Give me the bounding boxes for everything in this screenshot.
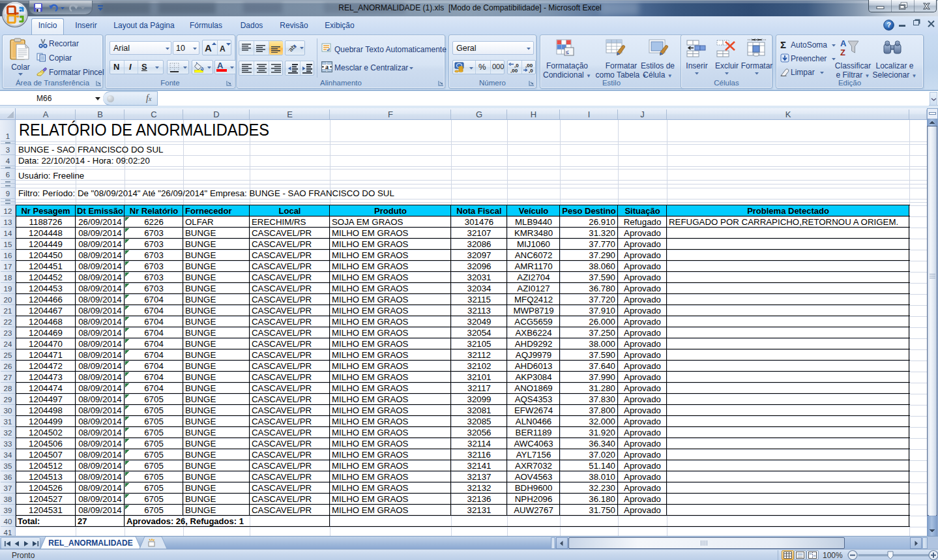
svg-text:27: 27 [78, 516, 87, 526]
svg-text:Aprovado: Aprovado [624, 428, 661, 437]
svg-text:I: I [588, 110, 591, 119]
svg-text:BUNGE: BUNGE [185, 261, 216, 271]
svg-text:6704: 6704 [144, 350, 164, 360]
svg-text:CASCAVEL/PR: CASCAVEL/PR [252, 439, 312, 449]
svg-text:Aprovado: Aprovado [624, 383, 661, 393]
svg-text:BDH9600: BDH9600 [515, 483, 553, 493]
svg-text:37.770: 37.770 [589, 239, 615, 249]
svg-text:AZI0127: AZI0127 [517, 284, 550, 293]
svg-text:MILHO EM GRAOS: MILHO EM GRAOS [332, 350, 409, 360]
svg-text:1204507: 1204507 [29, 450, 63, 460]
svg-text:1204448: 1204448 [29, 228, 63, 238]
svg-text:1204469: 1204469 [29, 328, 63, 338]
svg-text:AHD9292: AHD9292 [515, 339, 553, 349]
svg-text:AUW2767: AUW2767 [514, 505, 553, 515]
svg-text:BUNGE: BUNGE [185, 284, 216, 293]
svg-text:6705: 6705 [144, 439, 164, 449]
svg-text:36.780: 36.780 [589, 284, 615, 293]
svg-text:32102: 32102 [467, 361, 491, 371]
svg-text:B: B [97, 110, 103, 119]
svg-text:37.290: 37.290 [589, 250, 615, 260]
svg-text:6705: 6705 [144, 405, 164, 415]
svg-text:OLFAR: OLFAR [185, 217, 214, 227]
svg-text:34: 34 [4, 451, 12, 459]
svg-text:31.920: 31.920 [589, 428, 615, 437]
svg-text:6703: 6703 [144, 273, 164, 282]
svg-text:32034: 32034 [467, 284, 491, 293]
svg-text:a: a [325, 63, 329, 70]
svg-text:F: F [388, 110, 393, 119]
svg-text:20: 20 [4, 296, 12, 304]
svg-text:CASCAVEL/PR: CASCAVEL/PR [252, 328, 312, 338]
svg-text:23: 23 [4, 329, 12, 337]
svg-text:1204452: 1204452 [29, 273, 63, 282]
svg-text:BUNGE: BUNGE [185, 273, 216, 282]
svg-text:1204468: 1204468 [29, 317, 63, 327]
svg-text:1204474: 1204474 [29, 383, 63, 393]
svg-text:31.280: 31.280 [589, 383, 615, 393]
svg-text:MILHO EM GRAOS: MILHO EM GRAOS [332, 273, 409, 282]
svg-text:32097: 32097 [467, 250, 491, 260]
svg-text:Filtro: Período: De "08/09/201: Filtro: Período: De "08/09/2014" Até "26… [18, 188, 394, 198]
svg-text:G: G [476, 110, 482, 119]
svg-text:BUNGE: BUNGE [185, 239, 216, 249]
svg-text:BUNGE: BUNGE [185, 417, 216, 426]
svg-text:ANC6072: ANC6072 [515, 250, 553, 260]
svg-text:6705: 6705 [144, 394, 164, 404]
svg-text:32141: 32141 [467, 461, 491, 471]
svg-text:Dt Emissão: Dt Emissão [77, 206, 123, 216]
svg-text:08/09/2014: 08/09/2014 [78, 228, 122, 238]
svg-text:08/09/2014: 08/09/2014 [78, 428, 122, 437]
svg-text:AMR1170: AMR1170 [514, 261, 552, 271]
svg-text:Fornecedor: Fornecedor [185, 206, 232, 216]
svg-text:Veículo: Veículo [519, 206, 549, 216]
svg-text:32081: 32081 [467, 405, 491, 415]
svg-text:MILHO EM GRAOS: MILHO EM GRAOS [332, 228, 409, 238]
svg-text:1204513: 1204513 [29, 472, 63, 482]
svg-text:NPH2096: NPH2096 [515, 494, 553, 504]
svg-text:AHD6013: AHD6013 [515, 361, 553, 371]
svg-text:Nota Fiscal: Nota Fiscal [456, 206, 501, 216]
svg-text:Aprovado: Aprovado [624, 317, 661, 327]
svg-text:6703: 6703 [144, 261, 164, 271]
svg-text:Aprovado: Aprovado [624, 450, 661, 460]
svg-text:Aprovado: Aprovado [624, 350, 661, 360]
svg-text:08/09/2014: 08/09/2014 [78, 295, 122, 304]
svg-text:Aprovado: Aprovado [624, 261, 661, 271]
svg-text:37.590: 37.590 [589, 273, 615, 282]
svg-text:MILHO EM GRAOS: MILHO EM GRAOS [332, 239, 409, 249]
svg-text:K: K [785, 110, 791, 119]
svg-text:?: ? [887, 21, 891, 29]
svg-text:08/09/2014: 08/09/2014 [78, 306, 122, 316]
svg-text:BER1189: BER1189 [516, 428, 552, 437]
svg-text:Aprovado: Aprovado [624, 505, 661, 515]
svg-text:1204506: 1204506 [29, 439, 63, 449]
svg-text:BUNGE: BUNGE [185, 483, 216, 493]
svg-text:Data: 22/10/2014 - Hora: 09:02: Data: 22/10/2014 - Hora: 09:02:20 [18, 156, 150, 166]
svg-text:BUNGE: BUNGE [185, 361, 216, 371]
svg-text:37.640: 37.640 [589, 361, 615, 371]
svg-text:37.990: 37.990 [589, 372, 615, 382]
svg-text:A: A [840, 38, 847, 48]
svg-text:6705: 6705 [144, 450, 164, 460]
svg-text:32131: 32131 [467, 505, 491, 515]
svg-text:CASCAVEL/PR: CASCAVEL/PR [252, 472, 312, 482]
svg-text:BUNGE: BUNGE [185, 328, 216, 338]
svg-text:08/09/2014: 08/09/2014 [78, 494, 122, 504]
svg-text:08/09/2014: 08/09/2014 [78, 450, 122, 460]
svg-text:Refugado: Refugado [624, 217, 662, 227]
svg-text:32114: 32114 [467, 439, 491, 449]
svg-text:AQJ9979: AQJ9979 [516, 350, 551, 360]
svg-text:Total:: Total: [18, 516, 40, 526]
svg-text:Aprovado: Aprovado [624, 494, 661, 504]
svg-text:Aprovado: Aprovado [624, 461, 661, 471]
svg-text:08/09/2014: 08/09/2014 [78, 361, 122, 371]
svg-text:BUNGE: BUNGE [185, 494, 216, 504]
svg-text:BUNGE: BUNGE [185, 461, 216, 471]
svg-text:37.720: 37.720 [589, 295, 615, 304]
svg-text:1204472: 1204472 [29, 361, 63, 371]
svg-text:08/09/2014: 08/09/2014 [78, 383, 122, 393]
svg-text:J: J [640, 110, 645, 119]
svg-text:25: 25 [4, 351, 12, 359]
svg-text:MILHO EM GRAOS: MILHO EM GRAOS [332, 505, 409, 515]
